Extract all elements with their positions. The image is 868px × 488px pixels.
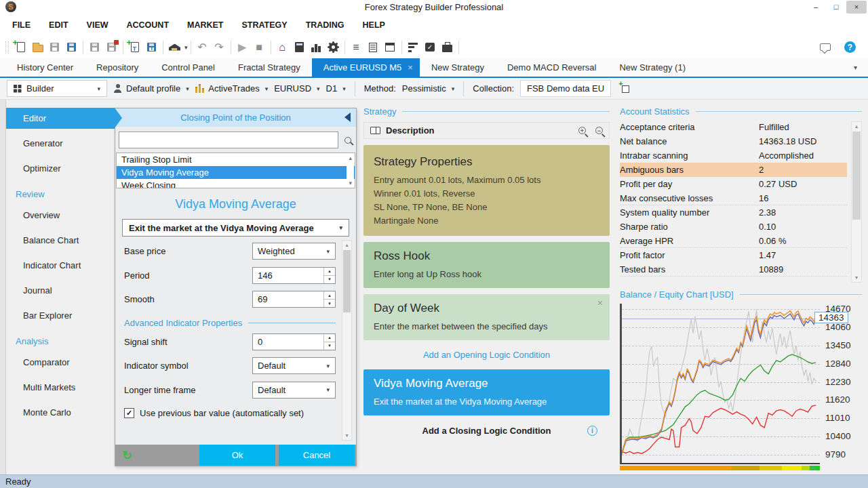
sidebar-item-balance-chart[interactable]: Balance Chart bbox=[6, 230, 115, 251]
params-scrollbar[interactable]: ▴ ▾ bbox=[342, 240, 352, 441]
remove-slot-icon[interactable]: × bbox=[597, 298, 603, 308]
list-item[interactable]: Week Closing bbox=[117, 179, 355, 188]
help-button[interactable]: ? bbox=[842, 39, 859, 56]
home-button[interactable]: ⌂ bbox=[274, 39, 291, 56]
calculator-button[interactable] bbox=[291, 39, 308, 56]
info-icon[interactable]: i bbox=[587, 426, 597, 436]
broker-dropdown[interactable]: ActiveTrades ▾ bbox=[195, 83, 268, 94]
sidebar-item-overview[interactable]: Overview bbox=[6, 205, 115, 226]
sidebar-item-comparator[interactable]: Comparator bbox=[6, 352, 115, 373]
settings-button[interactable] bbox=[325, 39, 342, 56]
add-collection-button[interactable]: + bbox=[620, 84, 629, 93]
indicator-search-input[interactable] bbox=[119, 131, 338, 148]
tab-history-center[interactable]: History Center bbox=[5, 58, 85, 77]
spinner-buttons[interactable]: ▲▼ bbox=[323, 334, 335, 350]
logic-select[interactable]: Exit the market at the Vidya Moving Aver… bbox=[122, 219, 349, 237]
portfolio-button[interactable] bbox=[439, 39, 456, 56]
journal-view-button[interactable] bbox=[365, 39, 382, 56]
validate-button[interactable]: ✓ bbox=[422, 39, 439, 56]
strategy-properties-slot[interactable]: Strategy Properties Entry amount 0.01 lo… bbox=[363, 145, 610, 236]
period-stepper[interactable]: 146 ▲▼ bbox=[252, 267, 336, 284]
publish-strategy-button[interactable] bbox=[166, 39, 183, 56]
description-bar[interactable]: Description + − bbox=[363, 122, 610, 139]
indicator-list[interactable]: Trailing Stop Limit Vidya Moving Average… bbox=[116, 152, 355, 188]
tab-active-eurusd-m5[interactable]: Active EURUSD M5 × bbox=[312, 58, 420, 77]
play-button[interactable]: ▶ bbox=[234, 39, 251, 56]
list-item[interactable]: Trailing Stop Limit bbox=[117, 153, 355, 166]
tab-new-strategy-1[interactable]: New Strategy (1) bbox=[608, 58, 697, 77]
market-stats-button[interactable] bbox=[308, 39, 325, 56]
scroll-up-icon[interactable]: ▴ bbox=[852, 123, 861, 129]
tab-demo-macd-reversal[interactable]: Demo MACD Reversal bbox=[496, 58, 608, 77]
method-dropdown[interactable]: Pessimistic ▾ bbox=[402, 83, 455, 94]
stop-button[interactable]: ■ bbox=[251, 39, 268, 56]
refresh-icon[interactable]: ↻ bbox=[122, 449, 132, 462]
spin-up-icon[interactable]: ▲ bbox=[324, 268, 335, 275]
sidebar-item-bar-explorer[interactable]: Bar Explorer bbox=[6, 305, 115, 326]
list-view-button[interactable]: ≡ bbox=[348, 39, 365, 56]
sidebar-item-multi-markets[interactable]: Multi Markets bbox=[6, 377, 115, 398]
signal-shift-stepper[interactable]: 0 ▲▼ bbox=[252, 333, 336, 350]
add-closing-logic-link[interactable]: Add a Closing Logic Condition i bbox=[363, 426, 610, 436]
tab-overflow-caret[interactable]: ▾ bbox=[854, 64, 857, 71]
new-strategy-button[interactable]: + bbox=[12, 39, 29, 56]
spin-up-icon[interactable]: ▲ bbox=[324, 291, 335, 299]
close-button[interactable]: × bbox=[846, 1, 867, 14]
spin-up-icon[interactable]: ▲ bbox=[324, 334, 335, 342]
spinner-buttons[interactable]: ▲▼ bbox=[323, 268, 335, 283]
save-copy-button[interactable] bbox=[86, 39, 103, 56]
maximize-button[interactable]: □ bbox=[826, 1, 846, 14]
tab-new-strategy[interactable]: New Strategy bbox=[420, 58, 496, 77]
symbol-dropdown[interactable]: EURUSD ▾ bbox=[274, 83, 319, 94]
sidebar-item-generator[interactable]: Generator bbox=[6, 133, 115, 154]
menu-help[interactable]: HELP bbox=[363, 20, 385, 30]
use-previous-bar-checkbox[interactable]: ✓ Use previous bar value (automatically … bbox=[124, 408, 336, 418]
sidebar-item-monte-carlo[interactable]: Monte Carlo bbox=[6, 402, 115, 423]
sort-button[interactable] bbox=[405, 39, 422, 56]
panel-view-button[interactable] bbox=[382, 39, 399, 56]
scrollbar-thumb[interactable] bbox=[343, 250, 351, 312]
spin-down-icon[interactable]: ▼ bbox=[324, 299, 335, 307]
menu-strategy[interactable]: STRATEGY bbox=[242, 20, 288, 30]
list-scrollbar[interactable]: ▴ ▾ bbox=[347, 155, 354, 186]
collection-field[interactable]: FSB Demo data EU bbox=[520, 80, 611, 97]
smooth-stepper[interactable]: 69 ▲▼ bbox=[252, 291, 336, 308]
menu-market[interactable]: MARKET bbox=[187, 20, 223, 30]
scrollbar-thumb[interactable] bbox=[852, 131, 861, 220]
scroll-down-icon[interactable]: ▾ bbox=[349, 180, 352, 186]
open-strategy-button[interactable] bbox=[29, 39, 46, 56]
zoom-out-icon[interactable]: − bbox=[595, 127, 603, 134]
spin-down-icon[interactable]: ▼ bbox=[324, 342, 335, 350]
tab-fractal-strategy[interactable]: Fractal Strategy bbox=[226, 58, 312, 77]
zoom-in-icon[interactable]: + bbox=[578, 127, 586, 134]
menu-edit[interactable]: EDIT bbox=[49, 20, 68, 30]
indicator-symbol-select[interactable]: Default ▾ bbox=[252, 357, 336, 374]
publish-dropdown-caret[interactable]: ▾ bbox=[184, 44, 188, 51]
base-price-select[interactable]: Weighted ▾ bbox=[252, 243, 336, 260]
sidebar-item-optimizer[interactable]: Optimizer bbox=[6, 158, 115, 179]
stats-scrollbar[interactable]: ▴ ▾ bbox=[851, 121, 862, 283]
closing-logic-slot-vidya[interactable]: Vidya Moving Average Exit the market at … bbox=[363, 369, 610, 415]
tab-control-panel[interactable]: Control Panel bbox=[150, 58, 226, 77]
builder-select[interactable]: Builder ▾ bbox=[7, 80, 107, 97]
minimize-button[interactable]: – bbox=[806, 1, 826, 14]
period-dropdown[interactable]: D1 ▾ bbox=[326, 83, 346, 94]
scroll-up-icon[interactable]: ▴ bbox=[342, 242, 351, 248]
scroll-up-icon[interactable]: ▴ bbox=[349, 155, 352, 161]
save-template-button[interactable]: T bbox=[143, 39, 160, 56]
menu-trading[interactable]: TRADING bbox=[306, 20, 344, 30]
add-opening-logic-link[interactable]: Add an Opening Logic Condition bbox=[363, 350, 610, 360]
sidebar-item-journal[interactable]: Journal bbox=[6, 280, 115, 301]
cancel-button[interactable]: Cancel bbox=[279, 445, 355, 466]
undo-button[interactable]: ↶ bbox=[194, 39, 211, 56]
opening-logic-slot-day-of-week[interactable]: × Day of Week Enter the market between t… bbox=[363, 294, 610, 340]
feedback-button[interactable] bbox=[816, 39, 833, 56]
new-template-button[interactable]: +T bbox=[126, 39, 143, 56]
save-strategy-button[interactable] bbox=[46, 39, 63, 56]
save-as-button[interactable] bbox=[63, 39, 80, 56]
export-strategy-button[interactable] bbox=[103, 39, 120, 56]
ok-button[interactable]: Ok bbox=[199, 445, 275, 466]
sidebar-item-indicator-chart[interactable]: Indicator Chart bbox=[6, 255, 115, 276]
menu-file[interactable]: FILE bbox=[12, 20, 31, 30]
close-tab-icon[interactable]: × bbox=[408, 62, 413, 73]
